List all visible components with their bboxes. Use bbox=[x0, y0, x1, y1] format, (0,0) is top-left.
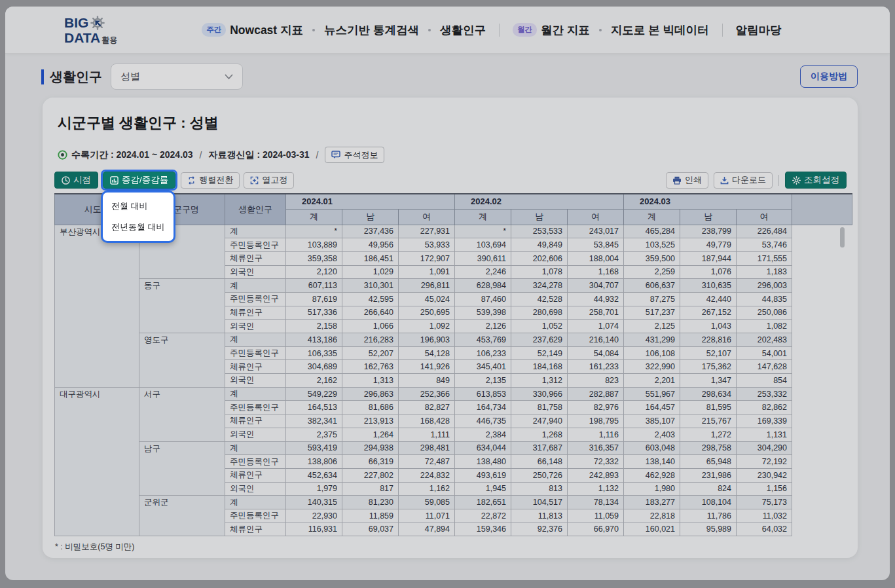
value-cell: 1,156 bbox=[737, 482, 792, 496]
value-cell: 250,695 bbox=[399, 306, 455, 320]
weekly-badge: 주간 bbox=[202, 23, 226, 37]
brand-line2: DATA bbox=[64, 30, 100, 45]
value-cell: 11,071 bbox=[399, 509, 455, 523]
change-rate-button[interactable]: 증감/증감률 bbox=[103, 172, 175, 189]
query-settings-button[interactable]: 조회설정 bbox=[785, 172, 847, 189]
value-cell: 1,074 bbox=[568, 320, 624, 333]
value-cell: 296,863 bbox=[342, 387, 399, 401]
population-type-select[interactable]: 성별 bbox=[111, 64, 243, 90]
value-cell: 164,734 bbox=[455, 401, 511, 414]
value-cell: 49,956 bbox=[342, 238, 399, 252]
value-cell: 634,044 bbox=[455, 441, 511, 455]
value-cell: 138,140 bbox=[624, 455, 680, 469]
value-cell: 42,528 bbox=[511, 292, 568, 306]
freeze-column-label: 열고정 bbox=[262, 174, 287, 186]
value-cell: 1,979 bbox=[286, 482, 342, 496]
value-cell: 253,332 bbox=[737, 387, 792, 401]
transpose-button[interactable]: 행렬전환 bbox=[181, 172, 240, 189]
value-cell: 92,376 bbox=[511, 523, 568, 536]
swap-icon bbox=[187, 176, 196, 185]
value-cell: 2,201 bbox=[624, 374, 680, 388]
label-cell: 군위군 bbox=[139, 496, 225, 536]
nav-item-nowcast[interactable]: 주간 Nowcast 지표 bbox=[192, 22, 312, 38]
value-cell: 227,802 bbox=[342, 468, 399, 482]
value-cell: 168,428 bbox=[399, 414, 455, 428]
value-cell: 65,948 bbox=[680, 455, 737, 469]
page-title: 생활인구 bbox=[50, 68, 102, 86]
value-cell: 267,152 bbox=[680, 306, 737, 320]
change-rate-wrapper: 증감/증감률 전월 대비 전년동월 대비 bbox=[103, 172, 175, 189]
value-cell: 52,207 bbox=[342, 346, 399, 360]
value-cell: 2,384 bbox=[455, 428, 511, 441]
value-cell: 2,246 bbox=[455, 265, 511, 279]
value-cell: 1,078 bbox=[511, 265, 568, 279]
value-cell: 2,259 bbox=[624, 265, 680, 279]
value-cell: 1,168 bbox=[568, 265, 624, 279]
nav-divider bbox=[499, 24, 500, 37]
nav-item-map-bigdata[interactable]: 지도로 본 빅데이터 bbox=[602, 22, 718, 38]
value-cell: 628,984 bbox=[455, 279, 511, 293]
value-cell: 116,931 bbox=[286, 523, 342, 536]
value-cell: 607,113 bbox=[286, 279, 342, 293]
table-row: 대구광역시서구계549,229296,863252,366613,853330,… bbox=[55, 387, 852, 401]
value-cell: 603,048 bbox=[624, 441, 680, 455]
brand-logo[interactable]: BIG DATA활용 bbox=[64, 16, 117, 45]
nav-item-notice[interactable]: 알림마당 bbox=[727, 22, 791, 38]
label-cell: 주민등록인구 bbox=[225, 455, 286, 469]
value-cell: 49,849 bbox=[511, 238, 568, 252]
value-cell: 1,268 bbox=[511, 428, 568, 441]
value-cell: 2,162 bbox=[286, 374, 342, 388]
nav-label: 뉴스기반 통계검색 bbox=[324, 22, 419, 38]
freeze-column-button[interactable]: 열고정 bbox=[244, 172, 294, 189]
value-cell: 304,707 bbox=[568, 279, 624, 293]
top-navbar: BIG DATA활용 bbox=[5, 7, 890, 54]
nav-item-living-population[interactable]: 생활인구 bbox=[431, 22, 495, 38]
value-cell: 11,786 bbox=[680, 509, 737, 523]
dropdown-item-prev-year[interactable]: 전년동월 대비 bbox=[103, 217, 174, 238]
usage-guide-button[interactable]: 이용방법 bbox=[800, 65, 858, 88]
value-cell: 75,173 bbox=[737, 496, 792, 509]
transpose-label: 행렬전환 bbox=[199, 174, 233, 186]
value-cell: 549,229 bbox=[286, 387, 342, 401]
value-cell: 1,043 bbox=[680, 320, 737, 333]
brand-line1: BIG bbox=[64, 16, 88, 29]
value-cell: 82,976 bbox=[568, 401, 624, 414]
value-cell: 359,358 bbox=[286, 251, 342, 265]
download-button[interactable]: 다운로드 bbox=[714, 172, 773, 189]
sub-header-male: 남 bbox=[680, 209, 737, 225]
label-cell: 외국인 bbox=[225, 265, 286, 279]
dropdown-item-prev-month[interactable]: 전월 대비 bbox=[103, 196, 174, 217]
value-cell: 330,966 bbox=[511, 387, 568, 401]
value-cell: 1,091 bbox=[399, 265, 455, 279]
footnote: * : 비밀보호(5명 미만) bbox=[55, 542, 847, 553]
value-cell: 324,278 bbox=[511, 279, 568, 293]
nav-item-monthly[interactable]: 월간 월간 지표 bbox=[503, 22, 599, 38]
value-cell: 161,233 bbox=[568, 360, 624, 374]
annotation-button[interactable]: 주석정보 bbox=[325, 147, 384, 163]
col-header-category: 생활인구 bbox=[225, 194, 286, 225]
toolbar-divider bbox=[778, 175, 779, 186]
brand-suffix: 활용 bbox=[101, 35, 117, 45]
value-cell: 1,131 bbox=[737, 428, 792, 441]
print-button[interactable]: 인쇄 bbox=[666, 172, 708, 189]
download-icon bbox=[720, 176, 729, 185]
label-cell: 체류인구 bbox=[225, 251, 286, 265]
label-cell: 외국인 bbox=[225, 482, 286, 496]
value-cell: 385,107 bbox=[624, 414, 680, 428]
value-cell: 446,735 bbox=[455, 414, 511, 428]
card-title: 시군구별 생활인구 : 성별 bbox=[58, 113, 847, 133]
printer-icon bbox=[672, 176, 682, 185]
value-cell: 213,913 bbox=[342, 414, 399, 428]
nav-item-news-search[interactable]: 뉴스기반 통계검색 bbox=[315, 22, 428, 38]
label-cell: 주민등록인구 bbox=[225, 238, 286, 252]
value-cell: 359,500 bbox=[624, 251, 680, 265]
value-cell: 390,611 bbox=[455, 251, 511, 265]
value-cell: 266,640 bbox=[342, 306, 399, 320]
time-point-button[interactable]: 시점 bbox=[54, 172, 98, 189]
label-cell: 계 bbox=[225, 496, 286, 509]
label-cell: 부산광역시 bbox=[55, 225, 139, 387]
select-value: 성별 bbox=[120, 71, 140, 83]
vertical-scrollbar[interactable] bbox=[840, 227, 845, 248]
value-cell: 216,140 bbox=[568, 333, 624, 347]
value-cell: 66,319 bbox=[342, 455, 399, 469]
